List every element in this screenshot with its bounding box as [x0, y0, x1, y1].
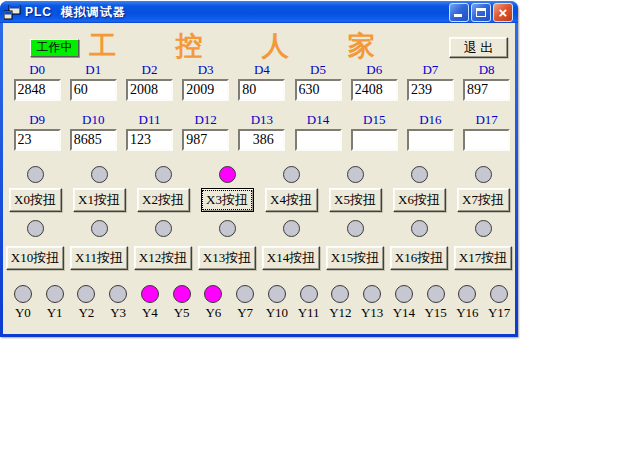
- d-register-slot: D8: [459, 62, 515, 101]
- y-output-slot: Y6: [198, 285, 230, 321]
- y-label-Y16: Y16: [456, 305, 478, 321]
- x-led-slot: [3, 220, 67, 237]
- d-field-D9[interactable]: [14, 129, 61, 151]
- y-label-Y1: Y1: [47, 305, 63, 321]
- d-field-D10[interactable]: [70, 129, 117, 151]
- d-field-D11[interactable]: [126, 129, 173, 151]
- x-button-X16[interactable]: X16按扭: [390, 246, 448, 270]
- d-register-row-1: D0D1D2D3D4D5D6D7D8: [9, 62, 515, 101]
- x-button-label: X11按扭: [71, 248, 127, 268]
- x-led-X4: [283, 166, 300, 183]
- d-register-slot: D14: [290, 112, 346, 151]
- d-field-D0[interactable]: [14, 79, 61, 101]
- d-field-D7[interactable]: [407, 79, 454, 101]
- y-led-Y2: [77, 285, 95, 303]
- d-field-D6[interactable]: [351, 79, 398, 101]
- x-button-slot: X1按扭: [67, 188, 131, 212]
- x-button-slot: X10按扭: [3, 246, 67, 270]
- d-label-D15: D15: [363, 112, 385, 127]
- x-button-X17[interactable]: X17按扭: [454, 246, 512, 270]
- d-register-slot: D2: [121, 62, 177, 101]
- y-led-Y7: [236, 285, 254, 303]
- x-button-slot: X16按扭: [387, 246, 451, 270]
- x-button-X5[interactable]: X5按扭: [329, 188, 382, 212]
- x-button-label: X13按扭: [199, 248, 255, 268]
- d-register-slot: D4: [234, 62, 290, 101]
- y-label-Y0: Y0: [15, 305, 31, 321]
- x-led-X7: [475, 166, 492, 183]
- y-label-Y6: Y6: [205, 305, 221, 321]
- d-field-D8[interactable]: [463, 79, 510, 101]
- y-output-slot: Y5: [166, 285, 198, 321]
- d-field-D16[interactable]: [407, 129, 454, 151]
- d-register-slot: D12: [178, 112, 234, 151]
- d-field-D5[interactable]: [295, 79, 342, 101]
- x-led-slot: [387, 166, 451, 183]
- x-led-X2: [155, 166, 172, 183]
- minimize-button[interactable]: [449, 3, 469, 22]
- x-button-X13[interactable]: X13按扭: [198, 246, 256, 270]
- x-led-X3: [219, 166, 236, 183]
- d-field-D2[interactable]: [126, 79, 173, 101]
- x-button-X0[interactable]: X0按扭: [9, 188, 62, 212]
- x-button-X3[interactable]: X3按扭: [201, 188, 254, 212]
- minimize-icon: [454, 14, 462, 17]
- x-led-X11: [91, 220, 108, 237]
- x-button-slot: X6按扭: [387, 188, 451, 212]
- d-label-D16: D16: [419, 112, 441, 127]
- x-led-X14: [283, 220, 300, 237]
- x-led-slot: [195, 166, 259, 183]
- d-label-D11: D11: [139, 112, 161, 127]
- x-button-X4[interactable]: X4按扭: [265, 188, 318, 212]
- d-field-D3[interactable]: [182, 79, 229, 101]
- d-field-D17[interactable]: [463, 129, 510, 151]
- x-button-label: X7按扭: [458, 190, 508, 210]
- x-button-X7[interactable]: X7按扭: [457, 188, 510, 212]
- x-led-X6: [411, 166, 428, 183]
- x-button-X15[interactable]: X15按扭: [326, 246, 384, 270]
- d-label-D10: D10: [82, 112, 104, 127]
- x-led-slot: [131, 166, 195, 183]
- y-output-slot: Y7: [229, 285, 261, 321]
- x-button-slot: X4按扭: [259, 188, 323, 212]
- d-field-D1[interactable]: [70, 79, 117, 101]
- d-field-D12[interactable]: [182, 129, 229, 151]
- x-led-X15: [347, 220, 364, 237]
- banner-char: 人: [262, 28, 289, 64]
- y-output-slot: Y2: [71, 285, 103, 321]
- d-register-slot: D0: [9, 62, 65, 101]
- close-button[interactable]: ×: [493, 3, 513, 22]
- y-led-Y6: [204, 285, 222, 303]
- x-button-X6[interactable]: X6按扭: [393, 188, 446, 212]
- y-led-Y17: [490, 285, 508, 303]
- d-register-slot: D17: [459, 112, 515, 151]
- d-register-slot: D6: [346, 62, 402, 101]
- maximize-button[interactable]: [471, 3, 491, 22]
- exit-button[interactable]: 退 出: [449, 37, 508, 58]
- x-led-X0: [27, 166, 44, 183]
- d-label-D3: D3: [198, 62, 214, 77]
- x-led-X10: [27, 220, 44, 237]
- d-label-D1: D1: [85, 62, 101, 77]
- x-button-X1[interactable]: X1按扭: [73, 188, 126, 212]
- d-field-D15[interactable]: [351, 129, 398, 151]
- x-button-X2[interactable]: X2按扭: [137, 188, 190, 212]
- y-label-Y17: Y17: [488, 305, 510, 321]
- d-field-D13[interactable]: [238, 129, 285, 151]
- y-led-Y15: [427, 285, 445, 303]
- d-label-D12: D12: [194, 112, 216, 127]
- banner-char: 工: [89, 28, 116, 64]
- d-field-D14[interactable]: [295, 129, 342, 151]
- x-button-X14[interactable]: X14按扭: [262, 246, 320, 270]
- x-button-label: X6按扭: [394, 190, 444, 210]
- y-led-Y0: [14, 285, 32, 303]
- titlebar[interactable]: PLC 模拟调试器 ×: [0, 1, 518, 23]
- x-button-slot: X17按扭: [451, 246, 515, 270]
- x-button-X10[interactable]: X10按扭: [6, 246, 64, 270]
- d-field-D4[interactable]: [238, 79, 285, 101]
- x-button-X12[interactable]: X12按扭: [134, 246, 192, 270]
- status-indicator-button[interactable]: 工作中: [30, 39, 79, 57]
- x-button-X11[interactable]: X11按扭: [70, 246, 128, 270]
- y-label-Y13: Y13: [361, 305, 383, 321]
- y-label-Y10: Y10: [266, 305, 288, 321]
